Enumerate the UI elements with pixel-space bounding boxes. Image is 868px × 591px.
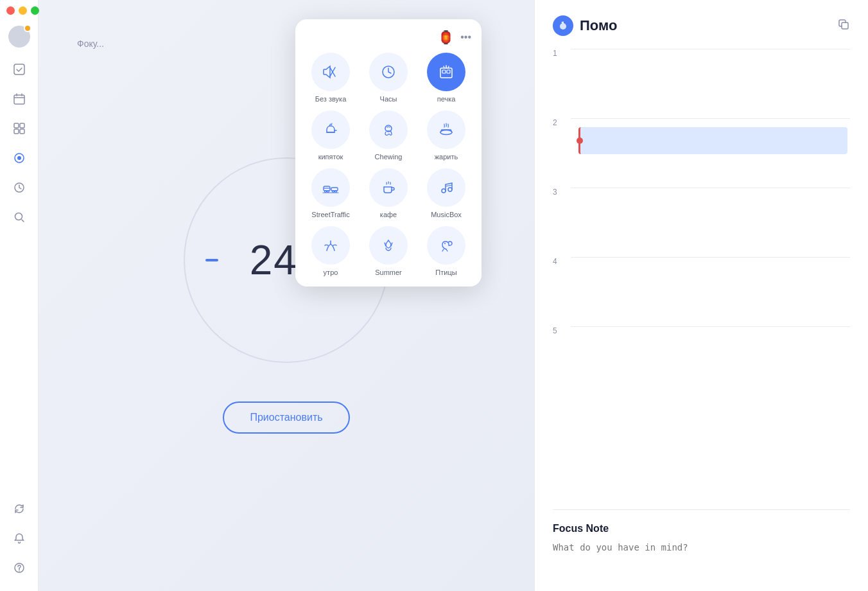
timeline-line-3 bbox=[571, 188, 850, 188]
sound-picker-header: 🏮 ••• bbox=[306, 30, 471, 45]
sound-item-chewing[interactable]: Chewing bbox=[363, 110, 413, 161]
street-icon-wrap bbox=[311, 168, 350, 207]
sound-grid: Без звука Часы bbox=[306, 53, 471, 276]
cafe-icon-wrap bbox=[369, 168, 408, 207]
timeline-hour-1: 1 bbox=[553, 49, 571, 58]
sidebar-item-focus[interactable] bbox=[6, 145, 32, 171]
timeline-event-dot bbox=[577, 137, 583, 144]
musicbox-icon-wrap bbox=[427, 168, 465, 207]
furnace-icon-wrap bbox=[427, 53, 465, 91]
maximize-button[interactable] bbox=[31, 6, 39, 15]
timeline-line-area-4 bbox=[571, 257, 850, 326]
more-icon[interactable]: ••• bbox=[460, 31, 471, 43]
timeline-hour-3: 3 bbox=[553, 188, 571, 197]
sidebar-item-history[interactable] bbox=[6, 175, 32, 200]
timeline-line-2 bbox=[571, 118, 850, 119]
timeline-event[interactable] bbox=[578, 127, 847, 154]
timer-progress-bar bbox=[205, 259, 218, 261]
sidebar-item-sync[interactable] bbox=[6, 496, 32, 522]
sound-label-chewing: Chewing bbox=[375, 153, 403, 161]
avatar-badge bbox=[24, 24, 31, 32]
sound-item-birds[interactable]: Птицы bbox=[421, 226, 471, 276]
focus-label: Фоку... bbox=[77, 39, 104, 49]
sound-item-furnace[interactable]: печка bbox=[421, 53, 471, 103]
svg-rect-15 bbox=[447, 70, 450, 73]
svg-rect-2 bbox=[14, 123, 19, 128]
summer-icon-wrap bbox=[369, 226, 408, 265]
svg-point-24 bbox=[442, 189, 446, 193]
svg-point-17 bbox=[440, 130, 452, 135]
sound-item-cafe[interactable]: кафе bbox=[363, 168, 413, 218]
focus-note-section: Focus Note bbox=[553, 509, 850, 576]
svg-point-22 bbox=[333, 191, 334, 193]
avatar[interactable] bbox=[8, 26, 30, 48]
svg-point-20 bbox=[327, 191, 329, 193]
svg-rect-0 bbox=[14, 64, 24, 75]
svg-rect-4 bbox=[14, 129, 19, 134]
sound-label-furnace: печка bbox=[437, 95, 456, 103]
birds-icon-wrap bbox=[427, 226, 465, 265]
timeline-line-area-3 bbox=[571, 188, 850, 257]
sound-item-musicbox[interactable]: MusicBox bbox=[421, 168, 471, 218]
focus-area: Фоку... 🏮 ••• Без звука bbox=[39, 0, 534, 591]
svg-rect-1 bbox=[14, 95, 24, 104]
sound-item-clock[interactable]: Часы bbox=[363, 53, 413, 103]
timeline-line-4 bbox=[571, 257, 850, 258]
sound-item-morning[interactable]: утро bbox=[306, 226, 356, 276]
sound-picker-icon: 🏮 bbox=[438, 30, 454, 45]
svg-rect-28 bbox=[842, 22, 848, 29]
timeline-hour-2: 2 bbox=[553, 118, 571, 127]
sound-item-kettle[interactable]: кипяток bbox=[306, 110, 356, 161]
sound-picker: 🏮 ••• Без звука bbox=[295, 19, 482, 287]
timeline-line-1 bbox=[571, 49, 850, 49]
svg-point-7 bbox=[17, 156, 21, 160]
pause-button[interactable]: Приостановить bbox=[223, 401, 349, 434]
timeline-row-3: 3 bbox=[553, 188, 850, 257]
clock-icon-wrap bbox=[369, 53, 408, 91]
sidebar-item-help[interactable] bbox=[6, 555, 32, 581]
sound-label-clock: Часы bbox=[380, 95, 397, 103]
minimize-button[interactable] bbox=[19, 6, 27, 15]
timeline-row-5: 5 bbox=[553, 326, 850, 396]
sidebar bbox=[0, 0, 39, 591]
sound-item-mute[interactable]: Без звука bbox=[306, 53, 356, 103]
kettle-icon-wrap bbox=[311, 110, 350, 149]
sound-label-frying: жарить bbox=[435, 153, 458, 161]
svg-rect-5 bbox=[20, 129, 24, 134]
sound-label-birds: Птицы bbox=[435, 269, 456, 276]
timeline-row-4: 4 bbox=[553, 257, 850, 326]
sound-label-musicbox: MusicBox bbox=[431, 211, 462, 218]
sidebar-item-tasks[interactable] bbox=[6, 57, 32, 82]
sound-item-summer[interactable]: Summer bbox=[363, 226, 413, 276]
svg-point-25 bbox=[448, 188, 452, 191]
sidebar-item-notifications[interactable] bbox=[6, 525, 32, 551]
sidebar-item-calendar[interactable] bbox=[6, 86, 32, 112]
sound-label-cafe: кафе bbox=[380, 211, 397, 218]
frying-icon-wrap bbox=[427, 110, 465, 149]
pomo-icon bbox=[553, 15, 573, 36]
sidebar-item-search[interactable] bbox=[6, 204, 32, 230]
svg-rect-14 bbox=[442, 70, 446, 73]
sidebar-item-apps[interactable] bbox=[6, 116, 32, 141]
mute-icon-wrap bbox=[311, 53, 350, 91]
focus-note-input[interactable] bbox=[553, 542, 850, 573]
right-panel: Помо 1 2 bbox=[534, 0, 868, 591]
timeline-line-5 bbox=[571, 326, 850, 327]
timeline-row-1: 1 bbox=[553, 49, 850, 118]
chewing-icon-wrap bbox=[369, 110, 408, 149]
sound-label-mute: Без звука bbox=[315, 95, 347, 103]
sound-label-summer: Summer bbox=[375, 269, 402, 276]
svg-rect-3 bbox=[20, 123, 24, 128]
timeline-line-area-5 bbox=[571, 326, 850, 396]
sound-label-morning: утро bbox=[324, 269, 338, 276]
main-area: Фоку... 🏮 ••• Без звука bbox=[39, 0, 868, 591]
sound-item-street[interactable]: StreetTraffic bbox=[306, 168, 356, 218]
copy-icon[interactable] bbox=[837, 18, 850, 34]
morning-icon-wrap bbox=[311, 226, 350, 265]
timeline: 1 2 3 bbox=[553, 49, 850, 494]
timeline-line-area-1 bbox=[571, 49, 850, 118]
sound-item-frying[interactable]: жарить bbox=[421, 110, 471, 161]
close-button[interactable] bbox=[6, 6, 15, 15]
traffic-lights bbox=[6, 6, 39, 15]
svg-point-23 bbox=[335, 191, 337, 193]
